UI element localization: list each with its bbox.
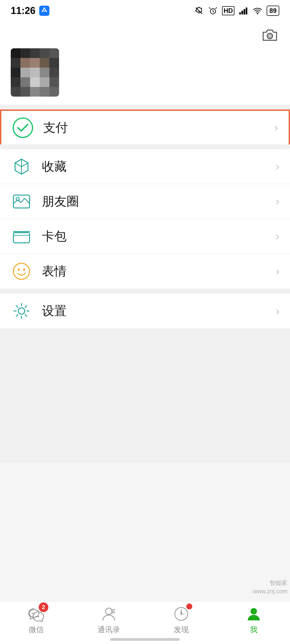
moments-menu-item[interactable]: 朋友圈 › xyxy=(0,184,290,219)
svg-point-15 xyxy=(23,269,25,271)
discover-nav-label: 发现 xyxy=(174,625,189,635)
favorites-arrow: › xyxy=(276,160,279,173)
wechat-nav-label: 微信 xyxy=(29,625,44,635)
section-divider-1 xyxy=(0,105,290,109)
status-icons: HD 89 xyxy=(194,6,279,16)
lark-icon xyxy=(39,6,49,16)
contacts-nav-label: 通讯录 xyxy=(97,625,120,635)
svg-point-8 xyxy=(269,35,271,37)
me-nav-label: 我 xyxy=(250,625,258,635)
camera-icon[interactable] xyxy=(260,27,279,43)
section-divider-2 xyxy=(0,144,290,149)
svg-point-22 xyxy=(106,608,112,614)
payment-section: 支付 › xyxy=(0,109,290,144)
payment-icon xyxy=(12,117,34,138)
middle-menu-section: 收藏 › 朋友圈 › 卡包 › xyxy=(0,149,290,289)
nav-item-contacts[interactable]: 通讯录 xyxy=(73,605,145,635)
settings-menu-item[interactable]: 设置 › xyxy=(0,294,290,328)
profile-area xyxy=(0,21,290,105)
home-indicator xyxy=(110,638,180,641)
nav-item-wechat[interactable]: 2 微信 xyxy=(0,605,73,635)
watermark: 智能家 www.znj.com xyxy=(253,579,287,596)
settings-arrow: › xyxy=(276,305,279,317)
me-icon-wrap xyxy=(244,605,263,623)
favorites-label: 收藏 xyxy=(42,158,276,175)
avatar[interactable] xyxy=(11,48,59,97)
svg-rect-4 xyxy=(244,9,245,14)
favorites-menu-item[interactable]: 收藏 › xyxy=(0,149,290,184)
favorites-icon xyxy=(11,156,32,177)
section-divider-3 xyxy=(0,289,290,294)
svg-point-14 xyxy=(18,269,20,271)
cardwallet-menu-item[interactable]: 卡包 › xyxy=(0,219,290,254)
contacts-nav-icon xyxy=(101,606,117,622)
svg-point-20 xyxy=(36,616,37,617)
svg-rect-5 xyxy=(246,8,247,14)
emoji-icon xyxy=(11,261,32,282)
svg-rect-2 xyxy=(239,12,241,14)
svg-point-21 xyxy=(38,616,39,617)
svg-point-6 xyxy=(257,13,258,14)
mute-icon xyxy=(194,6,204,16)
me-nav-icon xyxy=(246,606,262,622)
wifi-icon xyxy=(253,6,262,16)
nav-item-me[interactable]: 我 xyxy=(218,605,290,635)
svg-point-16 xyxy=(18,308,25,314)
moments-icon xyxy=(11,191,32,212)
cardwallet-arrow: › xyxy=(276,230,279,242)
svg-point-18 xyxy=(32,613,33,614)
discover-dot xyxy=(186,603,192,609)
signal-icon xyxy=(239,6,248,16)
cardwallet-label: 卡包 xyxy=(42,228,276,245)
bottom-nav: 2 微信 通讯录 发现 xyxy=(0,601,290,644)
moments-arrow: › xyxy=(276,195,279,207)
battery-indicator: 89 xyxy=(267,6,279,16)
svg-point-13 xyxy=(13,263,30,279)
payment-menu-item[interactable]: 支付 › xyxy=(0,109,290,144)
status-time: 11:26 xyxy=(11,5,49,16)
svg-point-19 xyxy=(34,613,35,614)
payment-label: 支付 xyxy=(43,119,274,136)
emoji-menu-item[interactable]: 表情 › xyxy=(0,254,290,289)
nav-item-discover[interactable]: 发现 xyxy=(145,605,218,635)
svg-point-9 xyxy=(13,118,32,137)
battery-level: 89 xyxy=(267,6,279,16)
emoji-label: 表情 xyxy=(42,263,276,280)
svg-rect-3 xyxy=(241,11,243,14)
svg-point-25 xyxy=(251,608,257,614)
cardwallet-icon xyxy=(11,226,32,247)
moments-label: 朋友圈 xyxy=(42,193,276,210)
settings-icon xyxy=(11,300,32,322)
svg-rect-12 xyxy=(13,233,30,243)
gray-background-area xyxy=(0,328,290,463)
wechat-icon-wrap: 2 xyxy=(27,605,46,623)
settings-label: 设置 xyxy=(42,303,276,319)
contacts-icon-wrap xyxy=(99,605,118,623)
wechat-badge: 2 xyxy=(39,602,48,612)
status-bar: 11:26 HD xyxy=(0,0,290,21)
settings-section: 设置 › xyxy=(0,294,290,328)
discover-icon-wrap xyxy=(172,605,191,623)
emoji-arrow: › xyxy=(276,265,279,277)
hd-indicator: HD xyxy=(222,6,235,15)
alarm-icon xyxy=(208,6,218,16)
payment-arrow: › xyxy=(274,122,278,134)
svg-point-7 xyxy=(267,33,273,39)
